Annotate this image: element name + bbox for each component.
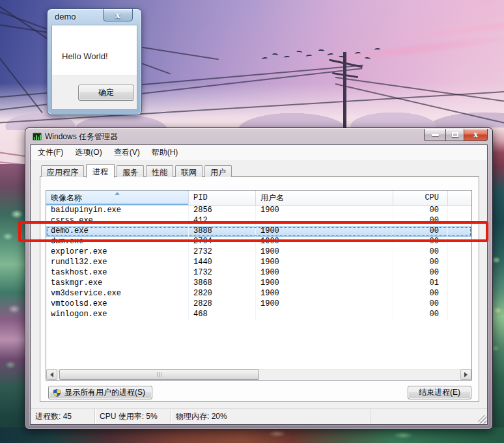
cell-pid: 2732 — [189, 247, 256, 258]
cell-name: explorer.exe — [46, 247, 189, 258]
status-process-count: 进程数: 45 — [31, 409, 95, 424]
menu-item-options[interactable]: 选项(O) — [69, 145, 107, 160]
tab-area: 应用程序进程服务性能联网用户 映像名称PID用户名CPU baidupinyin… — [31, 160, 487, 409]
status-filler — [371, 409, 487, 424]
dialog-client-area: Hello World! 确定 — [51, 25, 137, 110]
process-row-baidupinyin-exe[interactable]: baidupinyin.exe2856190000 — [46, 206, 471, 216]
menu-bar: 文件(F)选项(O)查看(V)帮助(H) — [31, 145, 487, 160]
cell-name: winlogon.exe — [46, 310, 189, 320]
ok-button[interactable]: 确定 — [78, 85, 134, 101]
process-row-winlogon-exe[interactable]: winlogon.exe46800 — [46, 310, 471, 320]
cell-pid: 1440 — [189, 258, 256, 268]
cell-name: vm3dservice.exe — [46, 289, 189, 299]
cell-pid: 2828 — [189, 299, 256, 310]
caption-buttons: x — [424, 129, 488, 141]
process-row-taskmgr-exe[interactable]: taskmgr.exe3868190001 — [46, 278, 471, 289]
tab-performance[interactable]: 性能 — [146, 165, 173, 177]
column-header-name[interactable]: 映像名称 — [46, 191, 189, 205]
scroll-right-button[interactable] — [460, 369, 471, 380]
tab-processes[interactable]: 进程 — [86, 164, 115, 178]
close-icon: x — [473, 131, 478, 139]
window-title: Windows 任务管理器 — [45, 131, 118, 142]
dialog-title: demo — [55, 12, 76, 21]
process-row-explorer-exe[interactable]: explorer.exe2732190000 — [46, 247, 471, 258]
task-manager-window: Windows 任务管理器 x 文件(F)选项(O)查看(V)帮助(H) 应用程… — [25, 128, 493, 429]
cell-filler — [448, 289, 471, 299]
column-header-user[interactable]: 用户名 — [256, 191, 393, 205]
cell-name: rundll32.exe — [46, 258, 189, 268]
cell-name: vmtoolsd.exe — [46, 299, 189, 310]
demo-dialog: demo x Hello World! 确定 — [47, 8, 142, 115]
task-manager-app-icon — [32, 131, 42, 142]
dialog-close-button[interactable]: x — [103, 9, 133, 21]
scrollbar-thumb[interactable] — [59, 369, 259, 380]
cell-name: taskhost.exe — [46, 268, 189, 278]
cell-cpu: 00 — [393, 310, 448, 320]
window-content: 文件(F)选项(O)查看(V)帮助(H) 应用程序进程服务性能联网用户 映像名称… — [30, 144, 488, 425]
cell-user: 1900 — [256, 206, 393, 216]
wallpaper-foliage-bottom — [0, 427, 504, 443]
minimize-icon — [432, 134, 439, 136]
cell-cpu: 00 — [393, 268, 448, 278]
status-cpu-usage: CPU 使用率: 5% — [95, 409, 171, 424]
process-row-vm3dservice-exe[interactable]: vm3dservice.exe2820190000 — [46, 289, 471, 299]
dialog-footer: 确定 — [52, 75, 137, 109]
process-list: 映像名称PID用户名CPU baidupinyin.exe2856190000c… — [46, 190, 472, 381]
cell-pid: 2856 — [189, 206, 256, 216]
processes-tab-page: 映像名称PID用户名CPU baidupinyin.exe2856190000c… — [40, 176, 479, 402]
show-all-users-button[interactable]: 显示所有用户的进程(S) — [48, 386, 152, 399]
maximize-button[interactable] — [445, 129, 464, 141]
process-row-taskhost-exe[interactable]: taskhost.exe1732190000 — [46, 268, 471, 278]
process-row-rundll32-exe[interactable]: rundll32.exe1440190000 — [46, 258, 471, 268]
cell-name: taskmgr.exe — [46, 278, 189, 289]
cell-filler — [448, 268, 471, 278]
show-all-users-label: 显示所有用户的进程(S) — [64, 387, 145, 398]
triangle-left-icon — [50, 372, 53, 377]
cell-filler — [448, 310, 471, 320]
dialog-title-bar[interactable]: demo x — [48, 9, 141, 24]
cell-filler — [448, 278, 471, 289]
status-memory-usage: 物理内存: 20% — [171, 409, 371, 424]
cell-pid: 468 — [189, 310, 256, 320]
close-icon: x — [115, 11, 120, 20]
end-process-button[interactable]: 结束进程(E) — [408, 386, 471, 399]
process-row-vmtoolsd-exe[interactable]: vmtoolsd.exe2828190000 — [46, 299, 471, 310]
dialog-message: Hello World! — [62, 51, 108, 61]
cell-user: 1900 — [256, 289, 393, 299]
scrollbar-track[interactable] — [57, 369, 460, 380]
cell-name: baidupinyin.exe — [46, 206, 189, 216]
cell-cpu: 00 — [393, 247, 448, 258]
column-header-cpu[interactable]: CPU — [393, 191, 448, 205]
maximize-icon — [452, 132, 458, 137]
cell-user: 1900 — [256, 258, 393, 268]
tab-services[interactable]: 服务 — [117, 165, 144, 177]
cell-filler — [448, 258, 471, 268]
desktop: demo x Hello World! 确定 Wind — [0, 0, 504, 443]
sort-ascending-icon — [115, 192, 120, 195]
triangle-right-icon — [464, 372, 468, 377]
minimize-button[interactable] — [424, 129, 445, 141]
scroll-left-button[interactable] — [46, 369, 57, 380]
title-bar[interactable]: Windows 任务管理器 — [25, 128, 492, 144]
cell-filler — [448, 299, 471, 310]
tab-strip: 应用程序进程服务性能联网用户 — [40, 163, 479, 177]
menu-item-help[interactable]: 帮助(H) — [146, 145, 184, 160]
cell-cpu: 00 — [393, 299, 448, 310]
close-button[interactable]: x — [464, 129, 488, 141]
menu-item-view[interactable]: 查看(V) — [108, 145, 146, 160]
tab-networking[interactable]: 联网 — [175, 165, 203, 177]
cell-cpu: 01 — [393, 278, 448, 289]
resize-grip[interactable] — [478, 415, 486, 423]
cell-user: 1900 — [256, 247, 393, 258]
cell-pid: 1732 — [189, 268, 256, 278]
horizontal-scrollbar[interactable] — [46, 369, 471, 380]
status-bar: 进程数: 45CPU 使用率: 5%物理内存: 20% — [31, 409, 487, 424]
column-header-pid[interactable]: PID — [189, 191, 256, 205]
cell-pid: 2820 — [189, 289, 256, 299]
tab-users[interactable]: 用户 — [204, 165, 232, 177]
cell-user — [256, 310, 393, 320]
column-header-filler — [448, 191, 471, 205]
cell-user: 1900 — [256, 278, 393, 289]
tab-applications[interactable]: 应用程序 — [41, 165, 84, 177]
menu-item-file[interactable]: 文件(F) — [32, 145, 69, 160]
